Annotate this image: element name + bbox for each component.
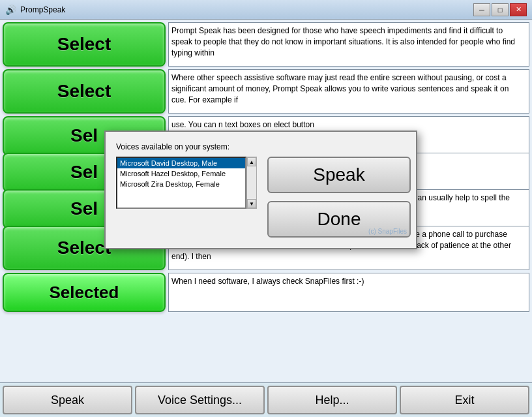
close-button[interactable]: ✕: [510, 3, 527, 16]
voice-list-wrapper: Microsoft David Desktop, MaleMicrosoft H…: [116, 157, 257, 209]
modal-overlay: Voices available on your system: Microso…: [0, 20, 532, 417]
modal-done-button[interactable]: Done (c) SnapFiles: [267, 201, 411, 238]
title-bar-left: 🔊 PrompSpeak: [5, 5, 65, 15]
voice-scroll-down[interactable]: ▼: [247, 199, 256, 208]
voice-item-v3[interactable]: Microsoft Zira Desktop, Female: [117, 179, 245, 189]
watermark: (c) SnapFiles: [368, 228, 407, 235]
modal-body: Microsoft David Desktop, MaleMicrosoft H…: [116, 157, 406, 238]
modal-dialog: Voices available on your system: Microso…: [104, 131, 417, 249]
modal-title: Voices available on your system:: [116, 142, 406, 151]
voice-item-v2[interactable]: Microsoft Hazel Desktop, Female: [117, 168, 245, 179]
voice-scroll-up[interactable]: ▲: [247, 157, 256, 166]
modal-speak-button[interactable]: Speak: [267, 157, 411, 193]
main-content: SelectSelectSelSelSelSelectSelected Spea…: [0, 20, 532, 417]
modal-right: Speak Done (c) SnapFiles: [267, 157, 411, 238]
voice-item-v1[interactable]: Microsoft David Desktop, Male: [117, 158, 245, 168]
app-icon: 🔊: [5, 5, 16, 15]
restore-button[interactable]: □: [492, 3, 509, 16]
title-bar-controls: ─ □ ✕: [473, 3, 527, 16]
voice-list[interactable]: Microsoft David Desktop, MaleMicrosoft H…: [116, 157, 246, 209]
title-bar: 🔊 PrompSpeak ─ □ ✕: [0, 0, 532, 20]
app-title: PrompSpeak: [20, 5, 65, 14]
minimize-button[interactable]: ─: [473, 3, 490, 16]
voice-list-scrollbar[interactable]: ▲ ▼: [246, 157, 257, 209]
